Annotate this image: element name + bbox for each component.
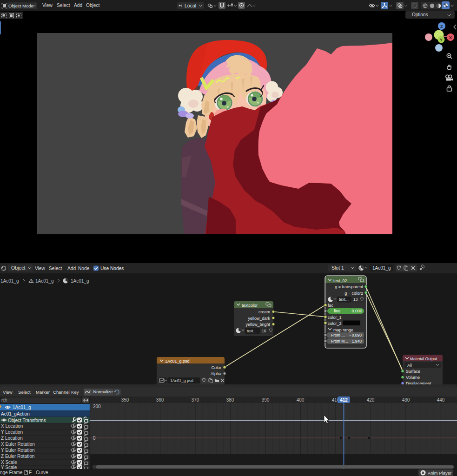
svg-text:440: 440 bbox=[437, 397, 445, 403]
svg-text:Alpha: Alpha bbox=[211, 371, 221, 376]
svg-text:Material Output: Material Output bbox=[410, 357, 437, 361]
svg-text:Key: Key bbox=[71, 390, 79, 395]
svg-text:380: 380 bbox=[226, 397, 234, 403]
svg-text:Surface: Surface bbox=[406, 369, 420, 374]
svg-text:350: 350 bbox=[121, 397, 129, 403]
svg-text:color_2: color_2 bbox=[328, 321, 342, 326]
svg-text:F - Curve: F - Curve bbox=[29, 470, 48, 475]
svg-text:- 0.890: - 0.890 bbox=[350, 333, 362, 337]
svg-text:200: 200 bbox=[93, 404, 101, 409]
svg-text:16: 16 bbox=[262, 329, 266, 333]
svg-text:g = color2: g = color2 bbox=[344, 291, 363, 296]
svg-text:text_02: text_02 bbox=[333, 278, 347, 283]
svg-text:rch: rch bbox=[1, 398, 7, 403]
svg-text:420: 420 bbox=[367, 397, 375, 403]
svg-text:Z Location: Z Location bbox=[1, 436, 23, 441]
svg-text:color_1: color_1 bbox=[328, 315, 342, 320]
svg-text:370: 370 bbox=[192, 397, 199, 403]
svg-text:X: X bbox=[449, 35, 452, 40]
svg-text:Y Location: Y Location bbox=[1, 430, 23, 435]
svg-text:Object: Object bbox=[11, 265, 25, 271]
svg-text:1Ac01_g: 1Ac01_g bbox=[0, 278, 19, 284]
svg-text:Node: Node bbox=[78, 266, 90, 271]
svg-text:From M...: From M... bbox=[331, 339, 348, 344]
svg-text:X Location: X Location bbox=[1, 423, 23, 429]
svg-text:Use Nodes: Use Nodes bbox=[100, 266, 124, 271]
svg-text:Normalize: Normalize bbox=[93, 390, 113, 394]
svg-text:View: View bbox=[35, 266, 46, 271]
svg-text:fine: fine bbox=[334, 309, 341, 313]
svg-text:Anim Player: Anim Player bbox=[428, 470, 451, 476]
svg-text:13: 13 bbox=[353, 297, 358, 302]
svg-text:Channel: Channel bbox=[53, 390, 70, 395]
svg-text:Add: Add bbox=[67, 266, 76, 271]
svg-text:g = transparent: g = transparent bbox=[335, 284, 363, 289]
svg-text:fac: fac bbox=[328, 303, 334, 308]
svg-text:text...: text... bbox=[247, 329, 257, 333]
svg-text:Color: Color bbox=[211, 365, 221, 370]
svg-text:textcolor: textcolor bbox=[242, 303, 258, 308]
svg-text:360: 360 bbox=[156, 397, 164, 403]
svg-text:nge Frame: nge Frame bbox=[0, 470, 23, 475]
svg-text:X Scale: X Scale bbox=[1, 460, 17, 465]
svg-text:Volume: Volume bbox=[406, 375, 420, 380]
svg-text:Select: Select bbox=[49, 266, 62, 271]
svg-text:390: 390 bbox=[262, 397, 270, 403]
svg-text:430: 430 bbox=[402, 397, 410, 403]
svg-text:map range: map range bbox=[333, 328, 353, 332]
svg-text:1Ac01_g.psd: 1Ac01_g.psd bbox=[165, 359, 190, 364]
svg-text:All: All bbox=[407, 363, 412, 368]
svg-text:Z Euler Rotation: Z Euler Rotation bbox=[1, 454, 34, 459]
svg-text:From ...: From ... bbox=[331, 333, 344, 337]
svg-text:412: 412 bbox=[340, 397, 348, 403]
svg-text:Object Transforms: Object Transforms bbox=[8, 418, 46, 423]
svg-text:1Ac01_g: 1Ac01_g bbox=[372, 265, 391, 271]
svg-text:Slot 1: Slot 1 bbox=[331, 265, 344, 271]
svg-text:yellow_bright: yellow_bright bbox=[245, 322, 270, 327]
svg-text:400: 400 bbox=[297, 397, 305, 403]
svg-text:1Ac01_g: 1Ac01_g bbox=[71, 278, 89, 284]
svg-text:cream: cream bbox=[258, 310, 270, 314]
svg-text:yellow_dark: yellow_dark bbox=[248, 316, 270, 321]
svg-text:1Ac01_g.psd: 1Ac01_g.psd bbox=[170, 378, 193, 383]
svg-text:0.000: 0.000 bbox=[351, 309, 362, 313]
svg-text:text...: text... bbox=[339, 297, 349, 302]
svg-text:Z: Z bbox=[440, 24, 443, 29]
svg-text:Y Euler Rotation: Y Euler Rotation bbox=[1, 448, 35, 453]
svg-text:Select: Select bbox=[18, 390, 31, 395]
svg-text:1Ac01_g: 1Ac01_g bbox=[13, 405, 31, 410]
svg-text:Y: Y bbox=[440, 37, 443, 42]
svg-text:Ac01_gAction: Ac01_gAction bbox=[1, 411, 30, 416]
svg-text:1.940: 1.940 bbox=[352, 339, 362, 344]
svg-text:1Ac01_g: 1Ac01_g bbox=[35, 278, 53, 284]
svg-text:X Euler Rotation: X Euler Rotation bbox=[1, 442, 35, 447]
svg-text:View: View bbox=[3, 390, 13, 395]
svg-text:Marker: Marker bbox=[36, 390, 50, 395]
